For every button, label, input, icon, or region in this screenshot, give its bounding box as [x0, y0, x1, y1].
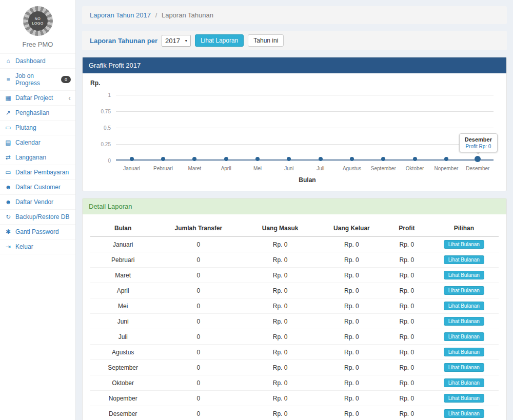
cell-uang-keluar: Rp. 0	[319, 406, 384, 420]
lihat-bulanan-button[interactable]: Lihat Bulanan	[444, 317, 484, 326]
sidebar-item-calendar[interactable]: ▤ Calendar	[0, 135, 75, 150]
cell-jumlah-transfer: 0	[155, 391, 241, 406]
chart-panel-body: Rp. 1 0.75 0.5 0.25 0 Desember	[83, 73, 506, 191]
chart-point[interactable]	[381, 157, 385, 161]
lihat-bulanan-button[interactable]: Lihat Bulanan	[444, 286, 484, 295]
detail-panel-body: Bulan Jumlah Transfer Uang Masuk Uang Ke…	[83, 214, 506, 420]
sidebar-item-backup-restore-db[interactable]: ↻ Backup/Restore DB	[0, 210, 75, 225]
chart-point[interactable]	[475, 156, 481, 162]
calendar-icon: ▤	[5, 139, 12, 146]
sidebar-item-piutang[interactable]: ▭ Piutang	[0, 121, 75, 135]
table-row: September 0 Rp. 0 Rp. 0 Rp. 0 Lihat Bula…	[90, 360, 499, 375]
sidebar-item-label: Ganti Password	[15, 228, 59, 235]
lihat-bulanan-button[interactable]: Lihat Bulanan	[444, 271, 484, 279]
table-icon: ▦	[5, 94, 12, 102]
chart-point[interactable]	[192, 157, 196, 161]
lihat-laporan-button[interactable]: Lihat Laporan	[195, 34, 244, 47]
app-window: NO LOGO Free PMO ⌂ Dashboard ≡ Job on Pr…	[0, 0, 513, 420]
sidebar-item-label: Dashboard	[15, 57, 46, 65]
sidebar-item-daftar-vendor[interactable]: ☻ Daftar Vendor	[0, 195, 75, 210]
lihat-bulanan-button[interactable]: Lihat Bulanan	[444, 302, 484, 310]
cell-uang-masuk: Rp. 0	[242, 298, 319, 314]
cell-uang-keluar: Rp. 0	[319, 375, 384, 391]
chart-panel: Grafik Profit 2017 Rp. 1 0.75 0.5 0.25 0	[82, 57, 507, 191]
y-tick-label: 1	[108, 92, 111, 98]
tahun-ini-button[interactable]: Tahun ini	[248, 34, 284, 47]
cell-jumlah-transfer: 0	[155, 252, 241, 268]
chart-panel-title: Grafik Profit 2017	[83, 57, 506, 73]
sidebar-item-label: Langganan	[15, 154, 46, 161]
lihat-bulanan-button[interactable]: Lihat Bulanan	[444, 409, 484, 418]
cell-profit: Rp. 0	[384, 345, 429, 360]
cell-uang-keluar: Rp. 0	[319, 314, 384, 329]
exchange-icon: ⇄	[5, 154, 12, 161]
breadcrumb: Laporan Tahun 2017 / Laporan Tahunan	[82, 6, 507, 24]
x-tick-label: Mei	[253, 166, 262, 171]
sidebar-item-label: Daftar Vendor	[15, 198, 53, 206]
chart-point[interactable]	[319, 157, 323, 161]
sidebar-item-job-on-progress[interactable]: ≡ Job on Progress 0	[0, 69, 75, 91]
cell-uang-keluar: Rp. 0	[319, 360, 384, 375]
y-tick-label: 0	[108, 158, 111, 164]
x-tick-label: Juli	[317, 166, 324, 171]
year-select[interactable]: 2017 ▾	[162, 35, 191, 47]
logo-text-line1: NO	[35, 16, 41, 21]
chart-point[interactable]	[255, 157, 260, 161]
chart-point[interactable]	[224, 157, 228, 161]
cell-jumlah-transfer: 0	[155, 283, 241, 298]
cell-bulan: Mei	[90, 298, 155, 314]
table-row: Agustus 0 Rp. 0 Rp. 0 Rp. 0 Lihat Bulana…	[90, 345, 499, 360]
detail-panel-title: Detail Laporan	[83, 198, 506, 214]
tooltip-title: Desember	[465, 136, 492, 143]
sidebar-item-penghasilan[interactable]: ↗ Penghasilan	[0, 106, 75, 121]
logo-text-line2: LOGO	[32, 21, 43, 26]
chart-point[interactable]	[444, 157, 448, 161]
sidebar-item-daftar-customer[interactable]: ☻ Daftar Customer	[0, 180, 75, 195]
brand-block: NO LOGO Free PMO	[0, 0, 75, 54]
year-select-value: 2017	[165, 37, 180, 45]
cell-profit: Rp. 0	[384, 314, 429, 329]
lihat-bulanan-button[interactable]: Lihat Bulanan	[444, 348, 484, 356]
dashboard-icon: ⌂	[5, 57, 12, 65]
chart-point[interactable]	[161, 157, 165, 161]
sidebar-item-label: Keluar	[15, 243, 33, 250]
sidebar-item-label: Piutang	[15, 124, 36, 131]
chart-point[interactable]	[413, 157, 417, 161]
table-row: Pebruari 0 Rp. 0 Rp. 0 Rp. 0 Lihat Bulan…	[90, 252, 499, 268]
lihat-bulanan-button[interactable]: Lihat Bulanan	[444, 378, 484, 387]
sidebar-item-label: Job on Progress	[15, 72, 57, 87]
detail-panel: Detail Laporan Bulan Jumlah Transfer Uan…	[82, 198, 507, 420]
table-row: Juni 0 Rp. 0 Rp. 0 Rp. 0 Lihat Bulanan	[90, 314, 499, 329]
cell-profit: Rp. 0	[384, 268, 429, 283]
cell-uang-keluar: Rp. 0	[319, 345, 384, 360]
no-logo-placeholder: NO LOGO	[28, 11, 48, 31]
sidebar-item-label: Penghasilan	[15, 109, 49, 116]
lihat-bulanan-button[interactable]: Lihat Bulanan	[444, 332, 484, 341]
cell-jumlah-transfer: 0	[155, 314, 241, 329]
cell-profit: Rp. 0	[384, 406, 429, 420]
breadcrumb-link[interactable]: Laporan Tahun 2017	[90, 11, 151, 19]
lihat-bulanan-button[interactable]: Lihat Bulanan	[444, 394, 484, 403]
cell-uang-masuk: Rp. 0	[242, 268, 319, 283]
sidebar-item-dashboard[interactable]: ⌂ Dashboard	[0, 54, 75, 69]
table-row: Januari 0 Rp. 0 Rp. 0 Rp. 0 Lihat Bulana…	[90, 236, 499, 252]
table-header-row: Bulan Jumlah Transfer Uang Masuk Uang Ke…	[90, 221, 499, 236]
chart-point[interactable]	[350, 157, 354, 161]
lihat-bulanan-button[interactable]: Lihat Bulanan	[444, 255, 484, 264]
sidebar-item-langganan[interactable]: ⇄ Langganan	[0, 150, 75, 165]
sidebar-item-ganti-password[interactable]: ✱ Ganti Password	[0, 225, 75, 239]
lihat-bulanan-button[interactable]: Lihat Bulanan	[444, 363, 484, 372]
sidebar-item-keluar[interactable]: ⇥ Keluar	[0, 239, 75, 254]
x-tick-label: April	[221, 166, 231, 171]
lihat-bulanan-button[interactable]: Lihat Bulanan	[444, 240, 484, 249]
table-row: April 0 Rp. 0 Rp. 0 Rp. 0 Lihat Bulanan	[90, 283, 499, 298]
sidebar-item-daftar-pembayaran[interactable]: ▭ Daftar Pembayaran	[0, 165, 75, 180]
chart-point[interactable]	[130, 157, 134, 161]
sidebar-item-daftar-project[interactable]: ▦ Daftar Project ‹	[0, 91, 75, 106]
credit-card-icon: ▭	[5, 124, 12, 131]
cell-bulan: September	[90, 360, 155, 375]
chevron-down-icon: ▾	[185, 38, 187, 43]
cell-uang-masuk: Rp. 0	[242, 283, 319, 298]
x-axis-labels: JanuariPebruariMaretAprilMeiJuniJuliAgus…	[116, 166, 494, 171]
chart-point[interactable]	[287, 157, 291, 161]
